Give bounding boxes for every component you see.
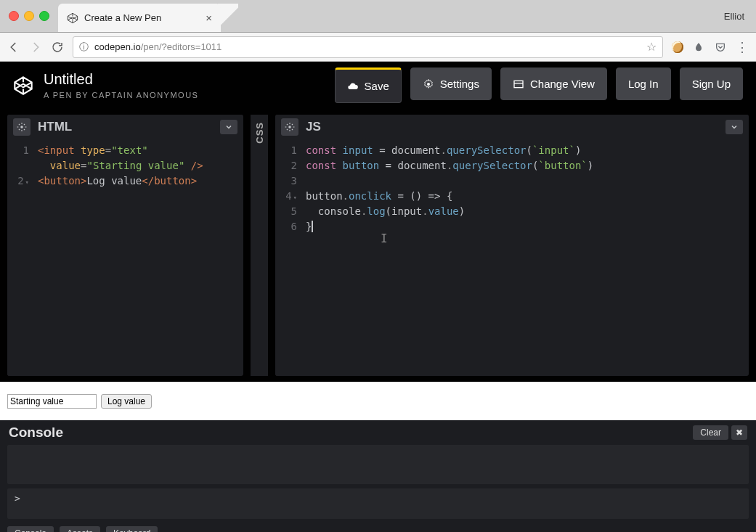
footer-tab-console[interactable]: Console (7, 526, 54, 532)
back-icon[interactable] (7, 41, 20, 54)
code-token: = (373, 144, 391, 156)
chrome-menu-icon[interactable]: ⋮ (736, 41, 749, 54)
footer-tabs: Console Assets Keyboard (0, 519, 756, 532)
text-cursor-icon: I (381, 231, 388, 246)
code-token: input (391, 205, 422, 217)
svg-point-4 (288, 126, 291, 128)
line-number: 2 (17, 175, 23, 187)
code-token: input (343, 144, 373, 156)
tab-close-icon[interactable]: × (206, 12, 212, 24)
html-code-body[interactable]: <input type="text" value="Starting value… (35, 139, 243, 376)
js-settings-icon[interactable] (281, 118, 298, 136)
console-input[interactable]: > (7, 488, 749, 519)
code-token: const (306, 160, 336, 171)
code-token: button (306, 190, 343, 202)
html-editor[interactable]: 1 2▾ <input type="text" value="Starting … (7, 139, 243, 376)
code-token: <button> (38, 175, 86, 187)
footer-tab-assets[interactable]: Assets (60, 526, 100, 532)
url-path: /pen/?editors=1011 (141, 41, 222, 52)
pen-title[interactable]: Untitled (44, 71, 198, 88)
gear-icon (423, 78, 434, 90)
change-view-button[interactable]: Change View (500, 67, 607, 100)
html-pane-label: HTML (38, 120, 72, 134)
code-token: const (306, 144, 336, 156)
console-section: Console Clear ✖ > Console Assets Keyboar… (0, 420, 756, 532)
svg-point-3 (20, 126, 23, 128)
browser-profile[interactable]: Elliot (712, 0, 756, 32)
code-token: querySelector (452, 160, 532, 171)
close-window-icon[interactable] (9, 11, 19, 21)
pen-title-block: Untitled A PEN BY CAPTAIN ANONYMOUS (44, 71, 198, 99)
code-token (306, 205, 318, 217)
login-button[interactable]: Log In (616, 67, 671, 100)
css-pane-collapsed[interactable]: CSS (251, 115, 268, 376)
signup-label: Sign Up (692, 78, 731, 90)
js-collapse-icon[interactable] (725, 120, 743, 134)
code-token: <input (38, 144, 75, 156)
code-token: console (318, 205, 361, 217)
code-token: = () => { (391, 190, 452, 202)
signup-button[interactable]: Sign Up (680, 67, 743, 100)
codepen-header: Untitled A PEN BY CAPTAIN ANONYMOUS Save… (0, 62, 756, 109)
change-view-label: Change View (530, 78, 595, 90)
console-prompt-symbol: > (15, 493, 20, 504)
svg-rect-1 (514, 81, 523, 87)
js-gutter: 1 2 3 4▾ 5 6 (275, 139, 303, 376)
browser-tab-strip: Create a New Pen × Elliot (0, 0, 756, 33)
chevron-down-icon (730, 123, 739, 131)
console-close-icon[interactable]: ✖ (731, 425, 747, 440)
layout-icon (513, 78, 524, 90)
footer-tab-keyboard[interactable]: Keyboard (106, 526, 158, 532)
codepen-logo-icon[interactable] (13, 75, 33, 96)
js-pane-header: JS (275, 115, 749, 139)
console-output[interactable] (7, 445, 749, 484)
tab-title: Create a New Pen (84, 12, 161, 23)
address-bar[interactable]: ⓘ codepen.io /pen/?editors=1011 ☆ (73, 36, 663, 58)
minimize-window-icon[interactable] (24, 11, 34, 21)
maximize-window-icon[interactable] (39, 11, 49, 21)
code-token: document (397, 160, 446, 171)
line-number: 1 (291, 144, 297, 156)
preview-pane[interactable]: Log value (0, 382, 756, 420)
fold-icon[interactable]: ▾ (25, 179, 29, 186)
editor-panes: HTML 1 2▾ <input type="text" value="Star… (0, 109, 756, 382)
window-controls (0, 0, 58, 32)
extension-pocket-icon[interactable] (714, 41, 727, 54)
line-number: 3 (291, 175, 297, 187)
html-settings-icon[interactable] (13, 118, 31, 136)
settings-button[interactable]: Settings (410, 67, 492, 100)
console-clear-button[interactable]: Clear (693, 425, 728, 440)
new-tab-slant[interactable] (218, 4, 238, 32)
gear-icon (285, 122, 295, 132)
site-info-icon[interactable]: ⓘ (79, 41, 89, 54)
html-collapse-icon[interactable] (220, 120, 237, 134)
extension-cookie-icon[interactable] (672, 41, 683, 53)
code-token: button (343, 160, 380, 171)
fold-icon[interactable]: ▾ (293, 194, 297, 201)
save-button[interactable]: Save (335, 67, 402, 103)
svg-point-0 (427, 83, 430, 86)
code-token: value (428, 205, 459, 217)
code-token: type (81, 144, 105, 156)
code-token: </button> (142, 175, 197, 187)
gear-icon (17, 122, 27, 132)
js-editor[interactable]: 1 2 3 4▾ 5 6 const input = document.quer… (275, 139, 749, 376)
preview-log-button[interactable]: Log value (101, 394, 152, 409)
browser-tab[interactable]: Create a New Pen × (58, 4, 221, 32)
bookmark-star-icon[interactable]: ☆ (646, 40, 657, 54)
url-host: codepen.io (94, 41, 141, 52)
html-pane: HTML 1 2▾ <input type="text" value="Star… (7, 115, 243, 376)
codepen-favicon-icon (67, 12, 78, 24)
reload-icon[interactable] (51, 41, 64, 54)
line-number: 1 (23, 144, 29, 156)
code-token: log (367, 205, 385, 217)
settings-label: Settings (440, 78, 479, 90)
js-pane-label: JS (306, 120, 321, 134)
code-token: `button` (538, 160, 587, 171)
code-token: /> (191, 160, 203, 171)
extension-droplet-icon[interactable] (692, 41, 705, 54)
code-token: `input` (532, 144, 575, 156)
js-code-body[interactable]: const input = document.querySelector(`in… (303, 139, 749, 376)
login-label: Log In (628, 78, 659, 90)
preview-input[interactable] (7, 394, 97, 409)
